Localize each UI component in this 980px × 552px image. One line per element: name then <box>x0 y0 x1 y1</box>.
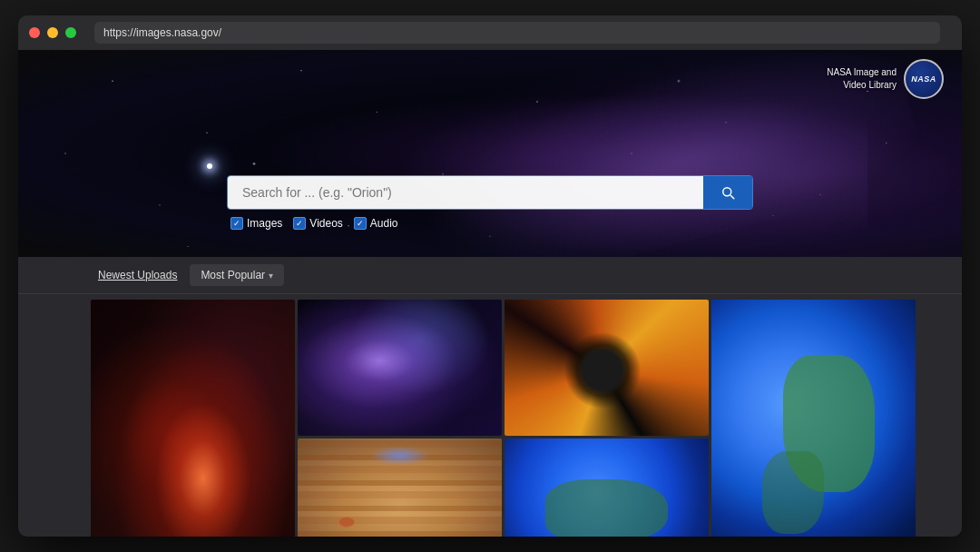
image-blackhole[interactable] <box>505 300 709 436</box>
image-galaxy-purple[interactable] <box>298 300 502 436</box>
browser-content: NASA Image and Video Library NASA <box>18 50 962 537</box>
checkbox-audio: ✓ <box>354 217 367 230</box>
nasa-badge-text: NASA <box>911 74 936 84</box>
browser-chrome: https://images.nasa.gov/ <box>18 15 962 50</box>
nasa-logo-area: NASA Image and Video Library NASA <box>827 59 944 99</box>
search-input[interactable] <box>228 176 703 209</box>
filter-images[interactable]: ✓ Images <box>230 217 282 230</box>
url-text: https://images.nasa.gov/ <box>103 26 221 39</box>
nasa-badge[interactable]: NASA <box>904 59 944 99</box>
jupiter-visual <box>298 439 502 537</box>
earth-small-land <box>545 479 668 537</box>
search-area: ✓ Images ✓ Videos ✓ Audio <box>227 175 753 230</box>
content-area: Newest Uploads Most Popular ▾ <box>18 257 962 537</box>
image-jupiter[interactable] <box>298 439 502 537</box>
checkbox-images: ✓ <box>230 217 243 230</box>
nebula-red-visual <box>91 300 295 537</box>
image-nebula-red[interactable] <box>91 300 295 537</box>
search-icon <box>720 184 736 201</box>
earth-continent-2 <box>762 451 824 534</box>
jupiter-aurora <box>369 446 431 467</box>
nasa-label-text: NASA Image and Video Library <box>827 66 897 92</box>
image-earth-large[interactable] <box>711 300 916 537</box>
filter-audio[interactable]: ✓ Audio <box>354 217 398 230</box>
traffic-light-green[interactable] <box>65 27 76 38</box>
filter-row: ✓ Images ✓ Videos ✓ Audio <box>227 217 753 230</box>
blackhole-visual <box>505 300 709 436</box>
galaxy-purple-visual <box>298 300 502 436</box>
earth-small-visual <box>505 439 709 537</box>
tabs-row: Newest Uploads Most Popular ▾ <box>18 257 962 294</box>
traffic-light-yellow[interactable] <box>47 27 58 38</box>
tab-most-popular[interactable]: Most Popular ▾ <box>190 264 284 286</box>
nasa-label: NASA Image and Video Library <box>827 66 897 92</box>
search-button[interactable] <box>703 176 752 209</box>
image-earth-small[interactable] <box>505 439 709 537</box>
browser-window: https://images.nasa.gov/ NASA Image and … <box>18 15 962 537</box>
jupiter-great-red-spot <box>338 517 355 527</box>
checkbox-videos: ✓ <box>293 217 306 230</box>
tab-newest-uploads[interactable]: Newest Uploads <box>91 265 184 285</box>
hero-section: NASA Image and Video Library NASA <box>18 50 962 257</box>
image-grid <box>18 294 962 537</box>
filter-videos-label: Videos <box>309 217 342 230</box>
chevron-down-icon: ▾ <box>269 271 273 281</box>
traffic-light-red[interactable] <box>29 27 40 38</box>
filter-images-label: Images <box>247 217 282 230</box>
filter-videos[interactable]: ✓ Videos <box>293 217 342 230</box>
earth-large-visual <box>711 300 916 537</box>
search-box <box>227 175 753 210</box>
tab-most-popular-label: Most Popular <box>201 269 265 281</box>
filter-audio-label: Audio <box>370 217 398 230</box>
address-bar[interactable]: https://images.nasa.gov/ <box>94 22 940 44</box>
